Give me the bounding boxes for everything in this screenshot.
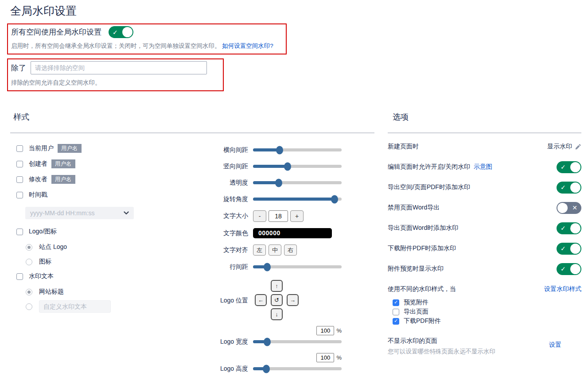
export-page-checkbox[interactable] bbox=[393, 309, 399, 315]
username-badge: 用户名 bbox=[51, 175, 75, 184]
attachment-preview-toggle[interactable]: ✓✕ bbox=[557, 263, 581, 275]
logo-width-input[interactable] bbox=[316, 326, 334, 335]
font-color-swatch[interactable]: 000000 bbox=[253, 228, 332, 238]
h-spacing-row: 横向间距 bbox=[208, 145, 354, 155]
opacity-row: 透明度 bbox=[208, 178, 354, 188]
toggle-knob bbox=[557, 203, 568, 213]
edit-page-toggle-label: 编辑页面时允许开启/关闭水印 bbox=[388, 163, 470, 170]
modifier-checkbox[interactable] bbox=[16, 176, 23, 183]
check-icon: ✓ bbox=[561, 184, 566, 190]
v-spacing-label: 竖向间距 bbox=[208, 163, 248, 171]
logo-width-slider[interactable] bbox=[253, 340, 342, 343]
move-left-button[interactable]: ← bbox=[255, 294, 267, 306]
logo-height-unit: % bbox=[336, 354, 342, 361]
check-icon: ✓ bbox=[561, 164, 566, 170]
slider-thumb[interactable] bbox=[264, 337, 271, 346]
font-size-minus-button[interactable]: - bbox=[253, 210, 266, 222]
word-watermark-row: 导出页面Word时添加水印 ✓✕ bbox=[388, 222, 581, 234]
font-size-input[interactable] bbox=[269, 210, 288, 222]
site-title-radio[interactable] bbox=[26, 289, 32, 295]
line-spacing-label: 行间距 bbox=[208, 263, 248, 271]
font-size-plus-button[interactable]: + bbox=[290, 210, 304, 222]
align-center-button[interactable]: 中 bbox=[269, 244, 281, 256]
attachment-pdf-label: 下载附件PDF时添加水印 bbox=[388, 244, 456, 252]
logo-icon-row: Logo/图标 bbox=[16, 228, 208, 235]
different-style-row: 使用不同的水印样式，当 设置水印样式 bbox=[388, 283, 581, 295]
current-user-row: 当前用户 用户名 bbox=[16, 145, 208, 152]
slider-thumb[interactable] bbox=[263, 365, 270, 373]
style-section-title: 样式 bbox=[10, 112, 374, 122]
opacity-label: 透明度 bbox=[208, 179, 248, 187]
move-down-button[interactable]: ↓ bbox=[271, 308, 283, 320]
logo-width-percent-row: % bbox=[208, 326, 354, 335]
schematic-link[interactable]: 示意图 bbox=[474, 163, 492, 170]
download-pdf-row: 下载PDF附件 bbox=[393, 318, 581, 325]
download-pdf-checkbox[interactable] bbox=[393, 318, 399, 325]
custom-text-radio[interactable] bbox=[26, 303, 32, 310]
edit-pencil-icon[interactable] bbox=[575, 144, 581, 150]
slider-thumb[interactable] bbox=[275, 178, 282, 187]
exclude-highlight-box: 除了 排除的空间允许自定义空间水印。 bbox=[7, 58, 224, 91]
timestamp-format-select[interactable]: yyyy-MM-dd HH:mm:ss bbox=[25, 207, 134, 219]
watermark-text-checkbox[interactable] bbox=[16, 273, 23, 280]
attachment-pdf-toggle[interactable]: ✓✕ bbox=[557, 243, 581, 255]
set-watermark-style-link[interactable]: 设置水印样式 bbox=[544, 285, 581, 293]
creator-row: 创建者 用户名 bbox=[16, 160, 208, 167]
rotation-slider[interactable] bbox=[253, 198, 342, 201]
check-icon: ✓ bbox=[113, 29, 118, 35]
how-to-set-space-watermark-link[interactable]: 如何设置空间水印? bbox=[222, 43, 273, 49]
timestamp-checkbox[interactable] bbox=[16, 192, 23, 198]
no-watermark-pages-title: 不显示水印的页面 bbox=[388, 337, 495, 345]
current-user-checkbox[interactable] bbox=[16, 145, 23, 152]
export-page-label: 导出页面 bbox=[404, 308, 428, 316]
download-pdf-label: 下载PDF附件 bbox=[404, 317, 441, 325]
preview-attachment-label: 预览附件 bbox=[404, 299, 428, 306]
slider-thumb[interactable] bbox=[331, 195, 338, 203]
logo-icon-checkbox[interactable] bbox=[16, 229, 23, 235]
v-spacing-slider[interactable] bbox=[253, 165, 342, 168]
site-logo-radio[interactable] bbox=[26, 244, 32, 251]
timestamp-format-value: yyyy-MM-dd HH:mm:ss bbox=[30, 209, 94, 217]
rotation-label: 旋转角度 bbox=[208, 195, 248, 203]
align-right-button[interactable]: 右 bbox=[284, 244, 297, 256]
watermark-text-row: 水印文本 bbox=[16, 273, 208, 280]
align-left-button[interactable]: 左 bbox=[253, 244, 266, 256]
toggle-knob bbox=[570, 182, 580, 193]
move-right-button[interactable]: → bbox=[287, 294, 299, 306]
line-spacing-slider[interactable] bbox=[253, 265, 342, 268]
timestamp-label: 时间戳 bbox=[29, 191, 47, 199]
slider-thumb[interactable] bbox=[284, 162, 291, 171]
exclude-spaces-input[interactable] bbox=[31, 61, 207, 74]
disable-word-export-toggle[interactable]: ✓✕ bbox=[557, 202, 581, 214]
icon-option-radio[interactable] bbox=[26, 259, 32, 265]
logo-height-row: Logo 高度 bbox=[208, 364, 354, 374]
slider-thumb[interactable] bbox=[264, 263, 271, 271]
creator-checkbox[interactable] bbox=[16, 161, 23, 167]
exclude-description: 排除的空间允许自定义空间水印。 bbox=[11, 79, 218, 87]
custom-watermark-text-input[interactable] bbox=[39, 300, 111, 313]
export-pdf-toggle[interactable]: ✓✕ bbox=[557, 182, 581, 194]
preview-attachment-row: 预览附件 bbox=[393, 299, 581, 306]
logo-width-unit: % bbox=[336, 327, 342, 334]
no-watermark-settings-link[interactable]: 设置 bbox=[549, 341, 561, 356]
logo-position-dpad: ↑ ← ↺ → ↓ bbox=[255, 280, 299, 320]
rotation-row: 旋转角度 bbox=[208, 194, 354, 204]
global-setting-label: 所有空间使用全局水印设置 bbox=[11, 27, 101, 37]
logo-height-slider[interactable] bbox=[253, 367, 342, 370]
logo-position-label: Logo 位置 bbox=[208, 297, 248, 305]
style-elements-column: 当前用户 用户名 创建者 用户名 修改者 用户名 时间戳 bbox=[10, 145, 208, 380]
move-up-button[interactable]: ↑ bbox=[271, 280, 283, 292]
logo-height-input[interactable] bbox=[316, 353, 334, 362]
edit-page-toggle[interactable]: ✓✕ bbox=[557, 161, 581, 173]
global-setting-toggle[interactable]: ✓ ✕ bbox=[109, 26, 133, 38]
modifier-label: 修改者 bbox=[29, 175, 47, 183]
h-spacing-slider[interactable] bbox=[253, 148, 342, 151]
word-watermark-toggle[interactable]: ✓✕ bbox=[557, 222, 581, 234]
site-logo-label: 站点 Logo bbox=[39, 243, 67, 251]
h-spacing-label: 横向间距 bbox=[208, 146, 248, 154]
custom-text-row bbox=[26, 303, 208, 310]
preview-attachment-checkbox[interactable] bbox=[393, 299, 399, 306]
rotate-icon-button[interactable]: ↺ bbox=[271, 294, 283, 306]
slider-thumb[interactable] bbox=[276, 146, 283, 154]
opacity-slider[interactable] bbox=[253, 181, 342, 184]
